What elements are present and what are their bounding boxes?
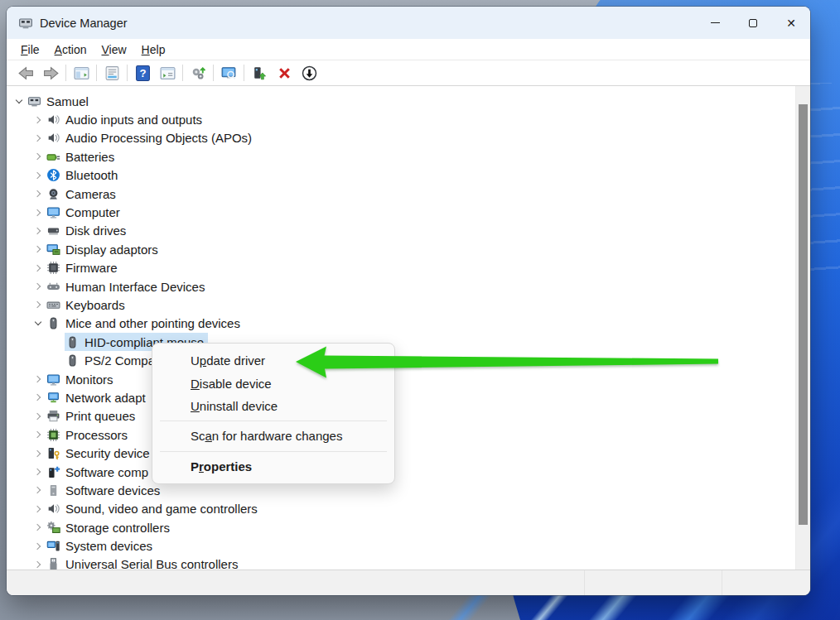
twisty-icon[interactable] [31,129,46,147]
forward-button[interactable] [38,62,63,84]
twisty-icon[interactable] [31,407,46,425]
twisty-icon[interactable] [31,296,46,314]
minimize-button[interactable] [696,7,734,39]
menu-view[interactable]: View [94,41,134,58]
tree-item-computer[interactable]: Computer [7,203,795,221]
menu-item-update-driver[interactable]: Update driver [152,349,394,372]
twisty-icon[interactable] [31,388,46,406]
vertical-scrollbar[interactable] [795,86,810,570]
disk-icon [46,223,60,238]
tree-item-audio-processing-objects-apos[interactable]: Audio Processing Objects (APOs) [7,129,795,147]
twisty-icon[interactable] [31,185,46,203]
show-console-tree-icon [73,65,90,82]
twisty-icon[interactable] [31,315,46,333]
tree-item-sound-video-and-game-controllers[interactable]: Sound, video and game controllers [7,500,795,518]
twisty-icon[interactable] [12,92,27,110]
tree-item-label: Display adaptors [65,243,158,257]
menu-item-uninstall-device[interactable]: Uninstall device [152,395,394,417]
twisty-icon[interactable] [31,444,46,462]
tree-item-label: Monitors [65,372,113,387]
help-button[interactable]: ? [130,62,155,84]
tree-item-display-adaptors[interactable]: Display adaptors [7,240,795,258]
tree-item-samuel[interactable]: Samuel [7,92,795,110]
tree-item-mice-and-other-pointing-devices[interactable]: Mice and other pointing devices [7,315,795,333]
twisty-icon[interactable] [31,259,46,277]
tree-item-label: Software devices [65,483,160,497]
action-pane-button[interactable] [155,62,180,84]
twisty-icon[interactable] [31,425,46,444]
tree-item-bluetooth[interactable]: Bluetooth [7,166,795,185]
twisty-icon[interactable] [31,110,46,128]
device-tree: Samuel Audio inputs and outputs Audio Pr… [7,86,795,570]
bluetooth-icon [46,168,60,182]
tree-item-batteries[interactable]: Batteries [7,147,795,166]
tree-item-monitors[interactable]: Monitors [7,370,795,388]
remote-computer-button[interactable] [216,62,241,84]
tree-item-ps-2-compa[interactable]: PS/2 Compa [7,351,795,369]
twisty-icon[interactable] [31,481,46,499]
twisty-icon[interactable] [31,370,46,388]
firmware-icon [46,261,60,275]
scan-hardware-changes-button[interactable] [186,62,210,84]
tree-item-human-interface-devices[interactable]: Human Interface Devices [7,277,795,296]
tree-item-security-device[interactable]: Security device [7,444,795,462]
twisty-icon[interactable] [31,222,46,240]
menu-help[interactable]: Help [134,41,173,58]
tree-item-processors[interactable]: Processors [7,425,795,444]
storage-icon [46,521,60,535]
action-pane-icon [159,65,176,82]
twisty-icon[interactable] [31,518,46,536]
tree-item-software-devices[interactable]: Software devices [7,481,795,499]
menu-item-disable-device[interactable]: Disable device [152,372,394,394]
twisty-icon[interactable] [31,147,46,166]
tree-item-software-comp[interactable]: Software comp [7,463,795,481]
back-button[interactable] [13,62,38,84]
disable-device-icon [301,65,318,82]
keyboard-icon [46,298,60,312]
tree-item-storage-controllers[interactable]: Storage controllers [7,518,795,536]
scrollbar-thumb[interactable] [799,104,808,525]
uninstall-device-icon [276,65,293,82]
title-bar[interactable]: Device Manager ✕ [7,7,810,39]
menu-action[interactable]: Action [47,41,94,58]
menu-item-scan-hardware-changes[interactable]: Scan for hardware changes [152,425,394,447]
tree-item-disk-drives[interactable]: Disk drives [7,222,795,240]
show-console-tree-button[interactable] [69,62,94,84]
tree-item-label: Storage controllers [65,521,170,535]
tree-item-label: Security device [65,446,150,460]
close-button[interactable]: ✕ [772,7,810,39]
tree-item-label: Sound, video and game controllers [65,502,258,516]
tree-item-audio-inputs-and-outputs[interactable]: Audio inputs and outputs [7,110,795,128]
twisty-icon[interactable] [31,536,46,555]
twisty-icon[interactable] [31,240,46,258]
printer-icon [46,409,60,423]
tree-item-cameras[interactable]: Cameras [7,185,795,203]
tree-item-universal-serial-bus-controllers[interactable]: Universal Serial Bus controllers [7,555,795,570]
battery-icon [46,150,60,164]
twisty-icon[interactable] [31,500,46,518]
tree-item-keyboards[interactable]: Keyboards [7,296,795,314]
tree-item-system-devices[interactable]: System devices [7,536,795,555]
menu-separator [160,421,387,421]
usb-icon [46,557,60,570]
tree-item-firmware[interactable]: Firmware [7,259,795,277]
menu-file[interactable]: File [13,41,47,58]
software-component-icon [46,465,60,479]
twisty-icon[interactable] [31,463,46,481]
tree-item-network-adapt[interactable]: Network adapt [7,388,795,406]
menu-item-properties[interactable]: Properties [152,455,394,478]
tree-item-print-queues[interactable]: Print queues [7,407,795,425]
uninstall-device-button[interactable] [272,62,297,84]
twisty-icon[interactable] [31,203,46,221]
properties-button[interactable] [99,62,124,84]
software-device-icon [46,483,60,497]
update-driver-button[interactable] [247,62,272,84]
tree-item-hid-compliant-mouse[interactable]: HID-compliant mouse [7,333,795,351]
window-title: Device Manager [40,17,128,30]
twisty-icon[interactable] [31,277,46,296]
maximize-button[interactable] [734,7,772,39]
twisty-icon[interactable] [31,555,46,570]
disable-device-button[interactable] [297,62,321,84]
speaker-icon [46,113,60,127]
twisty-icon[interactable] [31,166,46,185]
